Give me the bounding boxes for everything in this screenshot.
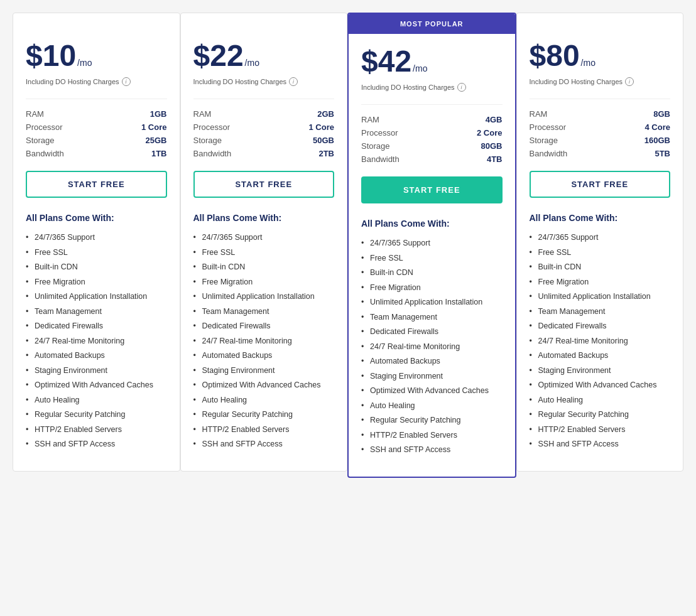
spec-value: 5TB: [655, 149, 670, 158]
feature-item: Automated Backups: [26, 349, 167, 364]
spec-label: RAM: [530, 109, 548, 119]
spec-value: 2TB: [318, 149, 334, 158]
spec-label: Storage: [193, 136, 222, 145]
info-icon: i: [625, 77, 634, 86]
feature-item: Free SSL: [26, 246, 167, 261]
feature-item: Regular Security Patching: [361, 413, 503, 428]
feature-item: Unlimited Application Installation: [193, 289, 335, 305]
specs-table: RAM 8GB Processor 4 Core Storage 160GB B…: [530, 99, 671, 158]
specs-table: RAM 4GB Processor 2 Core Storage 80GB Ba…: [361, 104, 503, 164]
feature-item: Free Migration: [193, 275, 335, 290]
feature-item: Automated Backups: [193, 349, 335, 364]
price-dollar: $22: [193, 41, 244, 71]
price-per: /mo: [413, 63, 427, 73]
spec-row: RAM 2GB: [193, 109, 335, 119]
feature-item: Free SSL: [361, 251, 503, 266]
spec-row: Bandwidth 2TB: [193, 149, 335, 158]
info-icon: i: [289, 77, 298, 86]
pricing-container: $10 /mo Including DO Hosting Charges i R…: [13, 13, 683, 478]
feature-item: Dedicated Firewalls: [530, 319, 671, 334]
features-heading: All Plans Come With:: [530, 213, 671, 223]
features-heading: All Plans Come With:: [361, 219, 503, 229]
price-dollar: $42: [361, 46, 411, 77]
spec-label: Bandwidth: [193, 149, 232, 158]
feature-item: Built-in CDN: [361, 266, 503, 281]
price-dollar: $80: [530, 41, 580, 71]
specs-table: RAM 1GB Processor 1 Core Storage 25GB Ba…: [26, 99, 167, 158]
feature-item: Free Migration: [26, 275, 167, 290]
plan-card-plan-22: $22 /mo Including DO Hosting Charges i R…: [180, 13, 348, 472]
spec-label: Bandwidth: [361, 154, 400, 164]
spec-value: 4TB: [487, 154, 503, 164]
specs-table: RAM 2GB Processor 1 Core Storage 50GB Ba…: [193, 99, 335, 158]
start-free-button[interactable]: START FREE: [26, 171, 167, 198]
features-list: 24/7/365 SupportFree SSLBuilt-in CDNFree…: [26, 230, 167, 452]
feature-item: Optimized With Advanced Caches: [26, 378, 167, 393]
price-row: $42 /mo: [361, 46, 503, 77]
feature-item: Built-in CDN: [530, 260, 671, 275]
spec-label: RAM: [193, 109, 212, 119]
price-row: $80 /mo: [530, 41, 671, 71]
feature-item: 24/7 Real-time Monitoring: [26, 334, 167, 349]
price-row: $10 /mo: [26, 41, 167, 71]
feature-item: Staging Environment: [26, 364, 167, 379]
spec-label: Processor: [361, 128, 398, 138]
spec-row: RAM 1GB: [26, 109, 167, 119]
features-list: 24/7/365 SupportFree SSLBuilt-in CDNFree…: [361, 236, 503, 458]
feature-item: 24/7 Real-time Monitoring: [530, 334, 671, 349]
feature-item: HTTP/2 Enabled Servers: [193, 423, 335, 438]
feature-item: 24/7/365 Support: [193, 230, 335, 246]
price-row: $22 /mo: [193, 41, 335, 71]
spec-row: Storage 25GB: [26, 136, 167, 145]
spec-label: Storage: [530, 136, 558, 145]
start-free-button[interactable]: START FREE: [530, 171, 671, 198]
spec-row: Bandwidth 1TB: [26, 149, 167, 158]
spec-value: 8GB: [653, 109, 670, 119]
feature-item: Team Management: [361, 310, 503, 325]
feature-item: Optimized With Advanced Caches: [193, 378, 335, 393]
spec-label: Processor: [193, 122, 231, 132]
price-per: /mo: [245, 58, 259, 68]
feature-item: Staging Environment: [361, 369, 503, 384]
features-heading: All Plans Come With:: [193, 213, 335, 223]
plan-card-plan-80: $80 /mo Including DO Hosting Charges i R…: [516, 13, 684, 472]
feature-item: Dedicated Firewalls: [361, 325, 503, 340]
feature-item: Team Management: [26, 305, 167, 320]
spec-value: 2 Core: [477, 128, 502, 138]
features-heading: All Plans Come With:: [26, 213, 167, 223]
info-icon: i: [457, 83, 466, 92]
info-icon: i: [122, 77, 131, 86]
feature-item: 24/7 Real-time Monitoring: [193, 334, 335, 349]
start-free-button[interactable]: START FREE: [193, 171, 335, 198]
feature-item: HTTP/2 Enabled Servers: [530, 423, 671, 438]
feature-item: HTTP/2 Enabled Servers: [26, 423, 167, 438]
spec-row: Storage 160GB: [530, 136, 671, 145]
spec-label: RAM: [26, 109, 44, 119]
feature-item: HTTP/2 Enabled Servers: [361, 428, 503, 443]
spec-value: 50GB: [313, 136, 334, 145]
hosting-note: Including DO Hosting Charges i: [193, 77, 335, 86]
spec-row: Bandwidth 4TB: [361, 154, 503, 164]
feature-item: Optimized With Advanced Caches: [361, 384, 503, 399]
spec-value: 4GB: [486, 115, 503, 124]
feature-item: 24/7/365 Support: [26, 230, 167, 246]
feature-item: Auto Healing: [530, 393, 671, 408]
spec-row: Processor 1 Core: [26, 122, 167, 132]
spec-value: 1GB: [150, 109, 167, 119]
feature-item: Auto Healing: [193, 393, 335, 408]
spec-value: 1TB: [151, 149, 167, 158]
spec-value: 4 Core: [645, 122, 670, 132]
feature-item: Automated Backups: [530, 349, 671, 364]
spec-value: 25GB: [146, 136, 167, 145]
feature-item: Free Migration: [361, 281, 503, 296]
feature-item: Dedicated Firewalls: [26, 319, 167, 334]
hosting-note: Including DO Hosting Charges i: [530, 77, 671, 86]
spec-value: 2GB: [317, 109, 334, 119]
feature-item: Free Migration: [530, 275, 671, 290]
popular-badge: MOST POPULAR: [349, 14, 515, 34]
start-free-button[interactable]: START FREE: [361, 176, 503, 203]
feature-item: 24/7 Real-time Monitoring: [361, 340, 503, 355]
feature-item: Staging Environment: [530, 364, 671, 379]
feature-item: Regular Security Patching: [193, 408, 335, 423]
spec-value: 1 Core: [309, 122, 334, 132]
